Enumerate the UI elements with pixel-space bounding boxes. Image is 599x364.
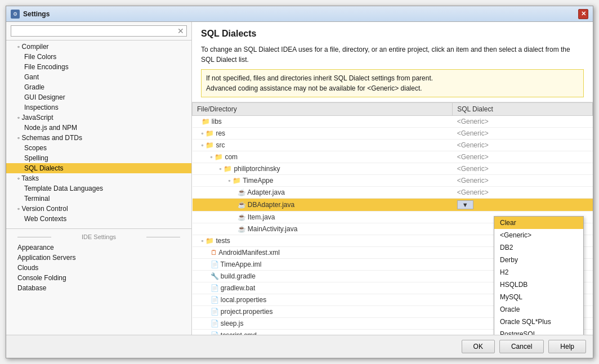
dialect-cell: <Generic> [453,151,593,163]
sidebar-item-tasks[interactable]: ◦ Tasks [6,173,191,183]
dropdown-item-db2[interactable]: DB2 [494,241,583,254]
sidebar-item-scopes[interactable]: Scopes [6,143,191,153]
dropdown-item-oracle[interactable]: Oracle [494,303,583,316]
sidebar-item-gant[interactable]: Gant [6,72,191,82]
dialect-dropdown-menu: Clear <Generic> DB2 Derby H2 HSQLDB MySQ… [494,216,584,335]
sidebar-item-appearance[interactable]: Appearance [6,242,191,253]
table-row[interactable]: ◦ 📁 src <Generic> [193,140,593,151]
title-bar-left: ⚙ Settings [11,10,50,19]
search-wrapper[interactable]: ✕ [11,25,187,37]
dialect-cell: <Generic> [453,116,593,128]
description1: To change an SQL Dialect IDEA uses for a… [201,44,584,65]
search-box: ✕ [6,22,191,41]
dialect-cell: <Generic> [453,128,593,140]
file-cell: ☕ MainActivity.java [193,223,453,235]
table-row[interactable]: ◦ 📁 TimeAppe <Generic> [193,175,593,187]
sidebar-item-web-contexts[interactable]: Web Contexts [6,214,191,224]
file-cell: 📄 TimeAppe.iml [193,259,453,271]
table-row-selected[interactable]: ☕ DBAdapter.java ▼ [193,199,593,212]
table-row[interactable]: ◦ 📁 com <Generic> [193,151,593,163]
table-row[interactable]: ◦ 📁 res <Generic> [193,128,593,140]
file-cell: ◦ 📁 TimeAppe [193,175,453,187]
file-cell: ◦ 📁 src [193,140,453,151]
title-bar: ⚙ Settings ✕ [6,6,593,22]
search-input[interactable] [14,27,177,35]
dropdown-item-h2[interactable]: H2 [494,266,583,278]
window-title: Settings [23,10,50,18]
file-cell: 📁 libs [193,116,453,128]
sidebar: ✕ ◦ Compiler File Colors File Encodings … [6,22,192,335]
search-clear-button[interactable]: ✕ [177,27,184,35]
dropdown-item-postgresql[interactable]: PostgreSQL [494,328,583,335]
file-cell: ◦ 📁 philiptorchinsky [193,163,453,175]
file-cell: 📄 tcscript.cmd [193,330,453,335]
file-cell: 📄 project.properties [193,306,453,318]
file-cell: 📄 sleep.js [193,318,453,330]
table-row[interactable]: ◦ 📁 philiptorchinsky <Generic> [193,163,593,175]
sidebar-tree: ◦ Compiler File Colors File Encodings Ga… [6,41,191,335]
dialect-cell: <Generic> [453,140,593,151]
sidebar-item-sql-dialects[interactable]: SQL Dialects [6,163,191,173]
page-title: SQL Dialects [201,29,584,39]
sidebar-item-application-servers[interactable]: Application Servers [6,253,191,263]
main-header: SQL Dialects To change an SQL Dialect ID… [192,22,593,102]
sidebar-item-template-data-languages[interactable]: Template Data Languages [6,183,191,194]
sidebar-item-version-control[interactable]: ◦ Version Control [6,204,191,214]
description2: If not specified, files and directories … [201,69,584,97]
help-button[interactable]: Help [548,340,586,353]
settings-window: ⚙ Settings ✕ ✕ ◦ Compiler File Colors Fi… [6,6,593,358]
col-file-directory: File/Directory [193,103,453,116]
dialect-dropdown[interactable]: ▼ [457,200,473,209]
dropdown-item-hsqldb[interactable]: HSQLDB [494,278,583,291]
sidebar-item-spelling[interactable]: Spelling [6,153,191,163]
file-cell: 📄 gradlew.bat [193,282,453,294]
dropdown-item-mysql[interactable]: MySQL [494,291,583,303]
dropdown-item-generic[interactable]: <Generic> [494,229,583,241]
file-cell: ☕ Item.java [193,212,453,223]
sidebar-item-compiler[interactable]: ◦ Compiler [6,42,191,52]
file-cell: ◦ 📁 tests [193,235,453,247]
file-cell: 📄 local.properties [193,294,453,306]
file-cell: 🔧 build.gradle [193,271,453,282]
window-icon: ⚙ [11,10,20,19]
sidebar-item-console-folding[interactable]: Console Folding [6,273,191,283]
sidebar-item-nodejs[interactable]: Node.js and NPM [6,123,191,133]
dropdown-item-oracle-sqlplus[interactable]: Oracle SQL*Plus [494,316,583,328]
sidebar-item-schemas-dtds[interactable]: ◦ Schemas and DTDs [6,133,191,143]
file-cell: ◦ 📁 com [193,151,453,163]
ok-button[interactable]: OK [462,340,495,353]
dropdown-item-derby[interactable]: Derby [494,254,583,266]
sidebar-item-inspections[interactable]: Inspections [6,102,191,113]
main-panel: SQL Dialects To change an SQL Dialect ID… [192,22,593,335]
file-cell: ☕ DBAdapter.java [193,199,453,212]
sidebar-item-clouds[interactable]: Clouds [6,263,191,273]
sidebar-item-javascript[interactable]: ◦ JavaScript [6,113,191,123]
sidebar-item-database[interactable]: Database [6,283,191,293]
col-sql-dialect: SQL Dialect [453,103,593,116]
main-content: ✕ ◦ Compiler File Colors File Encodings … [6,22,593,335]
sidebar-item-file-encodings[interactable]: File Encodings [6,62,191,72]
dialect-cell-dropdown[interactable]: ▼ [453,199,593,212]
sidebar-item-gui-designer[interactable]: GUI Designer [6,92,191,102]
file-cell: ◦ 📁 res [193,128,453,140]
dropdown-item-clear[interactable]: Clear [494,217,583,229]
table-row[interactable]: ☕ Adapter.java <Generic> [193,187,593,199]
cancel-button[interactable]: Cancel [499,340,544,353]
sidebar-item-file-colors[interactable]: File Colors [6,52,191,62]
bottom-bar: OK Cancel Help [6,335,593,358]
dialect-cell: <Generic> [453,163,593,175]
sidebar-item-terminal[interactable]: Terminal [6,194,191,204]
ide-settings-label: IDE Settings [6,231,191,242]
file-cell: 🗒 AndroidManifest.xml [193,247,453,259]
file-cell: ☕ Adapter.java [193,187,453,199]
table-row[interactable]: 📁 libs <Generic> [193,116,593,128]
close-button[interactable]: ✕ [578,9,588,19]
dialect-cell: <Generic> [453,175,593,187]
dialect-cell: <Generic> [453,187,593,199]
sidebar-item-gradle[interactable]: Gradle [6,82,191,92]
